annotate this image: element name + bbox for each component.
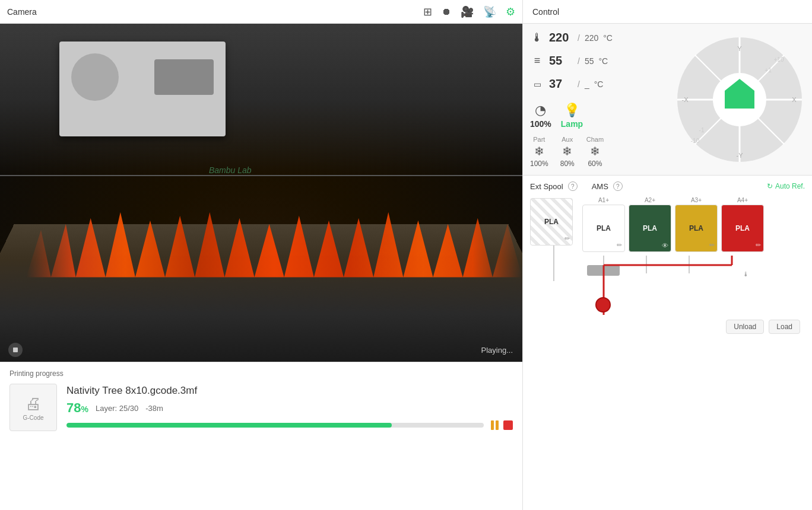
a1-label: A1+ (582, 197, 625, 203)
progress-label: Printing progress (9, 369, 513, 378)
ams-slot-a2[interactable]: PLA 👁 (629, 205, 671, 252)
bed-temp-row: ≡ 55 / 55 °C (530, 52, 674, 70)
ams-slot-a3-container: A3+ PLA ✏ (675, 197, 718, 252)
print-nozzle (595, 297, 611, 313)
ams-title: AMS (592, 182, 608, 191)
directional-control: Y -Y -X X +10 +1 -1 -10 (674, 28, 805, 170)
chamber-icon: ▭ (530, 79, 544, 89)
fan-aux-value: 80% (560, 160, 575, 168)
chamber-sep: / (578, 79, 580, 89)
fans-row: Part ❄ 100% Aux ❄ 80% Cham ❄ 60% (530, 133, 674, 170)
progress-controls (491, 420, 513, 430)
print-info-row: 🖨 G-Code Nativity Tree 8x10.gcode.3mf 78… (9, 384, 513, 431)
refresh-icon: ↻ (767, 182, 773, 190)
fan-aux: Aux ❄ 80% (560, 136, 575, 168)
speed-value: 100% (530, 119, 551, 129)
ext-spool-title: Ext Spool (530, 182, 563, 191)
camera-title: Camera (7, 7, 37, 17)
settings-icon[interactable]: ⚙ (506, 5, 515, 18)
stop-video-button[interactable] (8, 343, 23, 357)
a3-label: A3+ (675, 197, 718, 203)
percent-sign: % (81, 404, 88, 414)
stop-print-button[interactable] (503, 420, 513, 430)
home-button[interactable] (720, 80, 759, 119)
svg-text:🌡: 🌡 (743, 270, 749, 278)
lamp-label: Lamp (561, 119, 583, 129)
a4-type: PLA (735, 224, 750, 232)
a3-edit-icon: ✏ (709, 241, 715, 249)
control-header: Control (523, 0, 812, 24)
camera-icons-group: ⊞ ⏺ 🎥 📡 ⚙ (423, 5, 515, 18)
time-remaining: -38m (145, 404, 163, 413)
connector-svg: 🌡 (582, 256, 772, 315)
stream-icon[interactable]: 📡 (483, 5, 496, 18)
a2-eye-icon: 👁 (662, 242, 668, 249)
gcode-thumbnail: 🖨 G-Code (9, 384, 57, 431)
auto-refresh-button[interactable]: ↻ Auto Ref. (767, 182, 805, 190)
fan-part-label: Part (533, 136, 545, 143)
print-percent-value: 78% (66, 400, 88, 416)
ext-spool-help[interactable]: ? (568, 181, 578, 191)
nozzle-target: 220 (585, 33, 598, 43)
fan-part: Part ❄ 100% (530, 136, 548, 168)
progress-bar-fill (66, 423, 392, 428)
fan-cham-value: 60% (588, 160, 602, 168)
camera-header: Camera ⊞ ⏺ 🎥 📡 ⚙ (0, 0, 522, 24)
fan-aux-label: Aux (562, 136, 573, 143)
ext-spool-card: PLA ✏ (530, 197, 578, 281)
playing-badge: Playing... (481, 346, 513, 355)
ams-help[interactable]: ? (613, 181, 623, 191)
ams-slot-a4[interactable]: PLA ✏ (721, 205, 764, 252)
ext-edit-icon: ✏ (564, 235, 570, 243)
printer-frame (0, 24, 522, 176)
ams-slot-a1-container: A1+ PLA ✏ (582, 197, 625, 252)
gcode-icon: 🖨 (25, 394, 42, 413)
fan-aux-icon: ❄ (562, 144, 572, 158)
ams-slot-a2-container: A2+ PLA 👁 (629, 197, 671, 252)
lamp-button[interactable]: 💡 Lamp (561, 103, 583, 129)
ext-filament-type: PLA (544, 218, 559, 226)
ams-slots-row: A1+ PLA ✏ A2+ PLA 👁 (582, 197, 805, 252)
speed-lamp-row: ◔ 100% 💡 Lamp (530, 98, 674, 133)
right-panel: Control 🌡 220 / 220 °C ≡ 55 / 55 °C ▭ 37 (522, 0, 812, 510)
bed-icon: ≡ (530, 55, 544, 67)
bambu-label: Bambu Lab (209, 165, 252, 175)
bed-target: 55 (585, 56, 594, 66)
a3-type: PLA (689, 224, 703, 232)
load-button[interactable]: Load (769, 320, 800, 334)
unload-button[interactable]: Unload (726, 320, 764, 334)
ams-connector-area: 🌡 (582, 256, 805, 315)
pause-bar-2 (496, 420, 499, 430)
ams-section: A1+ PLA ✏ A2+ PLA 👁 (582, 197, 805, 315)
fan-part-value: 100% (530, 160, 548, 168)
a2-label: A2+ (629, 197, 671, 203)
fan-part-icon: ❄ (534, 144, 544, 158)
record-icon[interactable]: ⏺ (442, 7, 451, 17)
left-controls: 🌡 220 / 220 °C ≡ 55 / 55 °C ▭ 37 / _ °C (530, 28, 674, 170)
print-name: Nativity Tree 8x10.gcode.3mf (66, 385, 513, 397)
ams-slot-a1[interactable]: PLA ✏ (582, 205, 625, 252)
progress-bar-bg (66, 423, 484, 428)
pause-bar-1 (491, 420, 494, 430)
print-stats: 78% Layer: 25/30 -38m (66, 400, 513, 416)
a1-type: PLA (597, 224, 611, 232)
fan-cham-label: Cham (586, 136, 604, 143)
chamber-target: _ (585, 79, 589, 89)
fan-cham-icon: ❄ (590, 144, 600, 158)
control-title: Control (532, 7, 559, 17)
ext-filament-card[interactable]: PLA ✏ (530, 198, 573, 246)
auto-ref-label: Auto Ref. (775, 182, 805, 190)
nozzle-temp-value: 220 (549, 31, 573, 44)
webcam-icon[interactable]: 🎥 (461, 5, 474, 18)
layer-info: Layer: 25/30 (96, 404, 138, 413)
gcode-label: G-Code (23, 415, 43, 421)
ams-slot-a3[interactable]: PLA ✏ (675, 205, 718, 252)
a2-type: PLA (643, 224, 657, 232)
speed-dial[interactable]: ◔ 100% (530, 103, 551, 129)
layout-icon[interactable]: ⊞ (423, 5, 432, 18)
pause-button[interactable] (491, 420, 499, 430)
spool-header: Ext Spool ? AMS ? ↻ Auto Ref. (530, 181, 805, 191)
nozzle-sep: / (578, 33, 580, 43)
a4-label: A4+ (721, 197, 764, 203)
spool-section: Ext Spool ? AMS ? ↻ Auto Ref. PLA ✏ (523, 175, 812, 510)
